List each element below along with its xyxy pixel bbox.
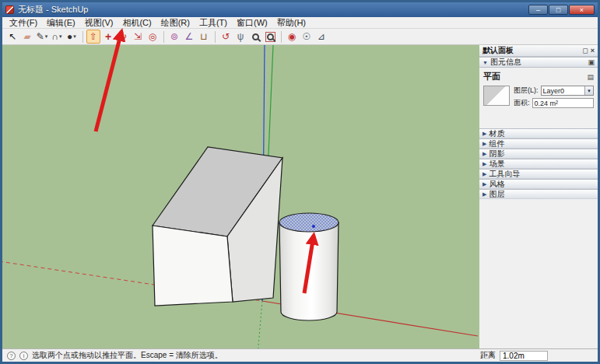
tray-section-label: 风格: [489, 179, 504, 190]
eraser-tool[interactable]: ▰: [20, 30, 34, 44]
title-bar: 无标题 - SketchUp – □ ×: [2, 2, 598, 17]
arc-tool-dropdown[interactable]: ▾: [59, 33, 62, 40]
model-view: [2, 45, 479, 348]
layer-label: 图层(L):: [514, 86, 539, 96]
tray-section-label: 场景: [489, 159, 504, 170]
protractor-tool[interactable]: ∠: [182, 30, 196, 44]
select-tool-icon: ↖: [9, 32, 16, 41]
drawing-canvas[interactable]: [2, 45, 479, 348]
menu-item-5[interactable]: 工具(T): [195, 17, 232, 29]
layer-value: Layer0: [542, 87, 585, 95]
look-around-tool[interactable]: ☉: [300, 30, 314, 44]
tape-measure-tool-icon: ⊚: [170, 32, 178, 41]
offset-tool-icon: ◎: [149, 32, 156, 41]
position-camera-tool[interactable]: ◉: [285, 30, 299, 44]
collapsed-arrow-icon: ▶: [482, 131, 486, 137]
tray-section-3[interactable]: ▶场景: [479, 159, 598, 169]
circle-tool-dropdown[interactable]: ▾: [73, 33, 76, 40]
tray-section-label: 材质: [489, 128, 504, 139]
toolbar: ↖▰✎▾∩▾●▾⇧+↻⇲◎⊚∠⊔↺ψ◉☉⊿: [2, 29, 598, 45]
entity-info-header[interactable]: ▼ 图元信息 ▣: [479, 57, 598, 68]
menu-item-2[interactable]: 视图(V): [80, 17, 118, 29]
window-title: 无标题 - SketchUp: [18, 4, 528, 16]
menu-item-7[interactable]: 帮助(H): [272, 17, 311, 29]
tray-section-0[interactable]: ▶材质: [479, 128, 598, 138]
move-tool[interactable]: +: [101, 30, 115, 44]
pan-tool-icon: ψ: [237, 32, 244, 41]
paint-bucket-tool-icon: ⊔: [200, 32, 207, 41]
zoom-tool[interactable]: [248, 30, 262, 44]
circle-tool-icon: ●: [67, 32, 72, 41]
pan-tool[interactable]: ψ: [233, 30, 247, 44]
menu-item-6[interactable]: 窗口(W): [232, 17, 272, 29]
position-camera-tool-icon: ◉: [288, 32, 296, 41]
close-button[interactable]: ×: [569, 5, 595, 15]
circle-tool[interactable]: ●▾: [65, 30, 79, 44]
tray-section-6[interactable]: ▶图层: [479, 189, 598, 199]
tray-section-4[interactable]: ▶工具向导: [479, 169, 598, 179]
cylinder-body[interactable]: [279, 222, 339, 320]
entity-details-icon[interactable]: ▤: [587, 73, 594, 81]
select-tool[interactable]: ↖: [5, 30, 19, 44]
geolocation-icon[interactable]: ?: [7, 352, 16, 360]
toolbar-separator: [163, 31, 164, 43]
layer-dropdown[interactable]: Layer0 ▼: [541, 86, 595, 96]
maximize-button[interactable]: □: [549, 5, 568, 15]
line-tool-dropdown[interactable]: ▾: [45, 33, 48, 40]
move-tool-icon: +: [105, 31, 111, 42]
entity-info-body: 平面 ▤ 图层(L): Layer0 ▼: [479, 68, 598, 113]
main-area: 默认面板 ◻ × ▼ 图元信息 ▣ 平面 ▤: [2, 45, 598, 348]
tray-section-label: 图层: [489, 189, 504, 200]
tray-section-label: 工具向导: [489, 169, 520, 180]
cylinder-top-face[interactable]: [279, 213, 339, 232]
material-thumbnail[interactable]: [483, 86, 510, 106]
tray-section-2[interactable]: ▶阴影: [479, 149, 598, 159]
status-bar: ? i 选取两个点或拖动以推拉平面。Escape = 清除所选项。 距离 1.0…: [2, 348, 598, 362]
tray-section-label: 阴影: [489, 149, 504, 159]
tray-sections: ▶材质▶组件▶阴影▶场景▶工具向导▶风格▶图层: [479, 128, 598, 199]
orbit-tool[interactable]: ↺: [219, 30, 233, 44]
info-icon[interactable]: i: [19, 352, 28, 360]
menu-item-0[interactable]: 文件(F): [5, 17, 42, 29]
expanded-arrow-icon: ▼: [482, 60, 488, 65]
measurement-box[interactable]: 1.02m: [500, 351, 548, 361]
tray-title-bar: 默认面板 ◻ ×: [479, 45, 598, 57]
dropdown-arrow-icon[interactable]: ▼: [584, 86, 593, 95]
status-message: 选取两个点或拖动以推拉平面。Escape = 清除所选项。: [32, 350, 476, 361]
menu-item-3[interactable]: 相机(C): [118, 17, 156, 29]
collapsed-arrow-icon: ▶: [482, 181, 486, 187]
walk-tool-icon: ⊿: [318, 32, 325, 41]
zoom-extents-tool[interactable]: [263, 30, 277, 44]
toolbar-separator: [215, 31, 216, 43]
collapsed-arrow-icon: ▶: [482, 171, 486, 177]
offset-tool[interactable]: ◎: [146, 30, 160, 44]
tray-section-5[interactable]: ▶风格: [479, 179, 598, 189]
collapsed-arrow-icon: ▶: [482, 141, 486, 147]
box-front-face[interactable]: [153, 226, 233, 306]
orbit-tool-icon: ↺: [222, 32, 230, 41]
tray-close-icon[interactable]: ×: [591, 47, 595, 54]
menu-item-4[interactable]: 绘图(R): [156, 17, 195, 29]
look-around-tool-icon: ☉: [303, 32, 311, 41]
tray-title: 默认面板: [482, 45, 514, 56]
minimize-button[interactable]: –: [528, 5, 548, 15]
rotate-tool[interactable]: ↻: [116, 30, 130, 44]
tray-options-icon[interactable]: ◻: [582, 47, 588, 54]
arc-tool[interactable]: ∩▾: [50, 30, 64, 44]
line-tool[interactable]: ✎▾: [35, 30, 49, 44]
push-pull-tool[interactable]: ⇧: [86, 30, 100, 44]
section-detach-icon[interactable]: ▣: [588, 58, 595, 66]
menu-item-1[interactable]: 编辑(E): [42, 17, 80, 29]
zoom-tool-icon: [252, 33, 259, 40]
collapsed-arrow-icon: ▶: [482, 191, 486, 198]
inference-point: [312, 225, 315, 228]
collapsed-arrow-icon: ▶: [482, 161, 486, 167]
window-controls: – □ ×: [528, 5, 595, 15]
toolbar-separator: [281, 31, 282, 43]
paint-bucket-tool[interactable]: ⊔: [197, 30, 211, 44]
eraser-tool-icon: ▰: [23, 32, 30, 41]
tape-measure-tool[interactable]: ⊚: [167, 30, 181, 44]
walk-tool[interactable]: ⊿: [314, 30, 328, 44]
scale-tool[interactable]: ⇲: [131, 30, 145, 44]
tray-section-1[interactable]: ▶组件: [479, 138, 598, 149]
